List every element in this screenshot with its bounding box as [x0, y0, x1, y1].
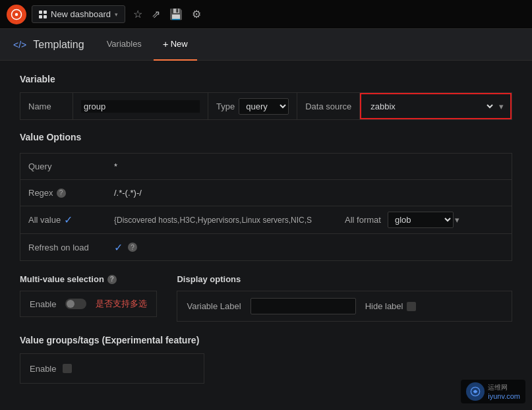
chevron-down-icon: ▾ — [115, 11, 118, 18]
datasource-select[interactable]: zabbix — [368, 101, 495, 112]
query-label: Query — [20, 156, 106, 177]
refresh-label: Refresh on load — [20, 237, 106, 258]
watermark: 运维网 iyunv.com — [461, 380, 525, 403]
plus-icon: + — [163, 38, 169, 49]
value-groups-section: Value groups/tags (Experimental feature)… — [20, 335, 512, 384]
multi-value-box: Enable 是否支持多选 — [20, 291, 157, 317]
code-icon: </> — [13, 40, 26, 50]
hide-label-area: Hide label — [365, 301, 417, 311]
hide-label-text: Hide label — [365, 301, 403, 311]
refresh-help-icon[interactable]: ? — [128, 243, 137, 252]
tab-new[interactable]: + New — [154, 29, 197, 61]
allvalue-content: {Discovered hosts,H3C,Hypervisors,Linux … — [106, 206, 512, 233]
refresh-row: Refresh on load ✓ ? — [20, 234, 512, 260]
value-groups-box: Enable — [20, 353, 204, 384]
grafana-logo[interactable] — [7, 5, 26, 24]
multi-chinese-label: 是否支持多选 — [96, 298, 147, 310]
multi-value-title: Multi-value selection ? — [20, 274, 157, 284]
lower-options-row: Multi-value selection ? Enable 是否支持多选 Di… — [20, 274, 512, 322]
hide-label-checkbox[interactable] — [407, 302, 416, 311]
share-icon[interactable]: ⇗ — [152, 8, 160, 20]
variable-row: Name Type query custom textbox Data sour… — [20, 92, 512, 120]
multi-value-help-icon[interactable]: ? — [107, 275, 117, 284]
datasource-cell: zabbix ▾ — [360, 93, 512, 119]
allvalue-text: {Discovered hosts,H3C,Hypervisors,Linux … — [114, 213, 338, 227]
value-options-title: Value Options — [20, 132, 512, 142]
regex-value — [106, 183, 512, 203]
watermark-url: iyunv.com — [488, 392, 520, 400]
star-icon[interactable]: ☆ — [133, 8, 142, 20]
refresh-check-icon: ✓ — [114, 241, 123, 254]
value-groups-title: Value groups/tags (Experimental feature) — [20, 335, 512, 345]
grid-icon — [39, 11, 47, 18]
main-content: Variable Name Type query custom textbox … — [0, 61, 532, 397]
tab-variables[interactable]: Variables — [98, 29, 151, 61]
display-options-title: Display options — [177, 274, 512, 284]
regex-row: Regex ? — [20, 180, 512, 206]
name-label: Name — [20, 93, 73, 119]
multi-enable-label: Enable — [30, 299, 56, 309]
regex-label: Regex ? — [20, 183, 106, 203]
multi-value-section: Multi-value selection ? Enable 是否支持多选 — [20, 274, 157, 322]
display-options-box: Variable Label Hide label — [177, 291, 512, 322]
topbar-icons: ☆ ⇗ 💾 ⚙ — [133, 8, 201, 20]
svg-point-1 — [15, 13, 18, 16]
allvalue-check-icon: ✓ — [64, 214, 73, 226]
allformat-select[interactable]: glob regex wildcard combined — [388, 212, 454, 228]
query-row: Query — [20, 154, 512, 180]
save-icon[interactable]: 💾 — [169, 8, 183, 20]
dashboard-name: New dashboard — [51, 9, 111, 19]
variable-section-title: Variable — [20, 74, 512, 84]
allvalue-label: All value ✓ — [20, 208, 106, 231]
templating-title: Templating — [33, 39, 84, 51]
type-cell: Type query custom textbox — [208, 93, 297, 119]
allformat-label: All format — [338, 215, 388, 225]
name-value-cell — [73, 93, 208, 119]
dashboard-button[interactable]: New dashboard ▾ — [32, 5, 125, 23]
watermark-chinese: 运维网 — [488, 383, 520, 392]
multi-enable-toggle[interactable] — [65, 299, 86, 309]
query-value — [106, 156, 512, 177]
allvalue-row: All value ✓ {Discovered hosts,H3C,Hyperv… — [20, 206, 512, 234]
template-header: </> Templating Variables + New — [0, 29, 532, 61]
display-options-section: Display options Variable Label Hide labe… — [177, 274, 512, 322]
watermark-circle — [466, 382, 485, 401]
type-select[interactable]: query custom textbox — [239, 98, 289, 115]
datasource-chevron-icon: ▾ — [499, 102, 504, 111]
query-input[interactable] — [114, 161, 504, 171]
datasource-label: Data source — [297, 93, 360, 119]
groups-enable-checkbox[interactable] — [63, 364, 72, 373]
variable-label-text: Variable Label — [187, 301, 241, 311]
name-input[interactable] — [81, 100, 200, 113]
regex-input[interactable] — [114, 188, 504, 198]
variable-label-input[interactable] — [251, 298, 356, 314]
settings-icon[interactable]: ⚙ — [192, 8, 201, 20]
allformat-chevron-icon: ▾ — [455, 215, 459, 225]
groups-enable-label: Enable — [30, 364, 56, 374]
topbar: New dashboard ▾ ☆ ⇗ 💾 ⚙ — [0, 0, 532, 29]
refresh-value: ✓ ? — [106, 236, 512, 259]
regex-help-icon[interactable]: ? — [57, 189, 66, 198]
value-options-box: Query Regex ? All value ✓ {Discovered ho… — [20, 153, 512, 261]
